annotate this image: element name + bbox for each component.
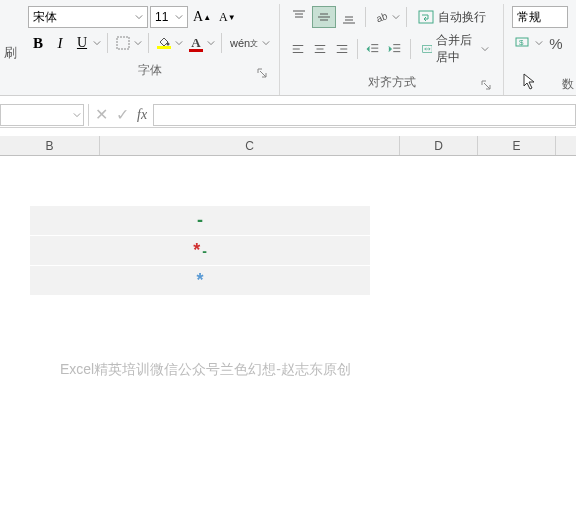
chevron-down-icon <box>174 39 184 47</box>
align-middle-button[interactable] <box>312 6 336 28</box>
chevron-down-icon <box>206 39 216 47</box>
bold-button[interactable]: B <box>28 32 48 54</box>
sheet-area[interactable]: - *- * Excel精英培训微信公众号兰色幻想-赵志东原创 <box>0 156 576 496</box>
content-block: - *- * <box>30 206 370 296</box>
phonetic-button[interactable]: wén文 <box>227 32 271 54</box>
ribbon: 刷 宋体 11 A▲ A▼ B I U <box>0 0 576 96</box>
chevron-down-icon <box>261 39 271 47</box>
cell-row-2[interactable]: *- <box>30 236 370 266</box>
fx-button[interactable]: fx <box>137 107 147 123</box>
column-header-d[interactable]: D <box>400 136 478 155</box>
align-bottom-button[interactable] <box>338 6 360 28</box>
font-family-value: 宋体 <box>33 9 57 26</box>
font-color-icon: A <box>186 32 206 54</box>
font-size-select[interactable]: 11 <box>150 6 188 28</box>
number-format-select[interactable]: 常规 <box>512 6 568 28</box>
chevron-down-icon <box>175 10 183 24</box>
increase-font-button[interactable]: A▲ <box>190 6 214 28</box>
name-box[interactable] <box>0 104 84 126</box>
font-group-label: 字体 <box>28 58 271 81</box>
wrap-text-label: 自动换行 <box>438 9 486 26</box>
chevron-down-icon <box>92 39 102 47</box>
dialog-launcher-icon[interactable] <box>481 79 491 89</box>
cursor-icon <box>522 72 538 95</box>
currency-icon: $ <box>512 32 534 54</box>
chevron-down-icon <box>481 45 489 53</box>
wrap-icon <box>418 9 434 25</box>
merge-label: 合并后居中 <box>436 32 477 66</box>
font-size-value: 11 <box>155 10 168 24</box>
chevron-down-icon <box>73 108 81 122</box>
increase-indent-button[interactable] <box>385 38 405 60</box>
underline-button[interactable]: U <box>72 32 102 54</box>
confirm-button[interactable]: ✓ <box>116 105 129 124</box>
italic-button[interactable]: I <box>50 32 70 54</box>
orientation-icon: ab <box>371 6 391 28</box>
merge-icon <box>422 41 433 57</box>
number-group-label <box>512 58 568 64</box>
align-top-button[interactable] <box>288 6 310 28</box>
cell-row-1[interactable]: - <box>30 206 370 236</box>
formula-input[interactable] <box>153 104 576 126</box>
column-header-b[interactable]: B <box>0 136 100 155</box>
align-center-button[interactable] <box>310 38 330 60</box>
svg-text:$: $ <box>519 38 524 47</box>
cell-row-3[interactable]: * <box>30 266 370 296</box>
watermark-text: Excel精英培训微信公众号兰色幻想-赵志东原创 <box>60 361 351 379</box>
formula-bar: ✕ ✓ fx <box>0 102 576 128</box>
wrap-text-button[interactable]: 自动换行 <box>412 6 492 28</box>
svg-rect-0 <box>117 37 129 49</box>
number-group-partial-label: 数 <box>562 76 574 93</box>
font-color-button[interactable]: A <box>186 32 216 54</box>
chevron-down-icon <box>391 13 401 21</box>
number-format-value: 常规 <box>517 9 541 26</box>
fill-color-button[interactable] <box>154 32 184 54</box>
dialog-launcher-icon[interactable] <box>257 67 267 77</box>
chevron-down-icon <box>534 39 544 47</box>
svg-text:ab: ab <box>375 10 388 24</box>
chevron-down-icon <box>135 10 143 24</box>
border-button[interactable] <box>113 32 143 54</box>
border-icon <box>113 32 133 54</box>
column-header-c[interactable]: C <box>100 136 400 155</box>
alignment-group-label: 对齐方式 <box>288 70 495 93</box>
font-family-select[interactable]: 宋体 <box>28 6 148 28</box>
orientation-button[interactable]: ab <box>371 6 401 28</box>
column-headers: B C D E <box>0 136 576 156</box>
align-left-button[interactable] <box>288 38 308 60</box>
bucket-icon <box>154 32 174 54</box>
column-header-e[interactable]: E <box>478 136 556 155</box>
merge-center-button[interactable]: 合并后居中 <box>416 32 495 66</box>
alignment-group: ab 自动换行 合并后居中 <box>280 4 504 95</box>
font-group: 宋体 11 A▲ A▼ B I U <box>20 4 280 95</box>
align-right-button[interactable] <box>332 38 352 60</box>
percent-button[interactable]: % <box>546 32 566 54</box>
accounting-format-button[interactable]: $ <box>512 32 544 54</box>
chevron-down-icon <box>133 39 143 47</box>
decrease-font-button[interactable]: A▼ <box>216 6 239 28</box>
decrease-indent-button[interactable] <box>363 38 383 60</box>
refresh-fragment: 刷 <box>0 4 20 95</box>
cancel-button[interactable]: ✕ <box>95 105 108 124</box>
